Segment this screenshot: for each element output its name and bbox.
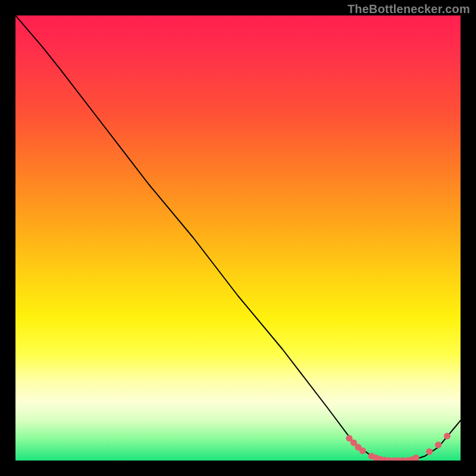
chart-svg (15, 15, 461, 461)
attribution-label: TheBottlenecker.com (347, 2, 470, 16)
bottleneck-curve (15, 15, 461, 461)
chart-frame: TheBottlenecker.com (0, 0, 476, 476)
curve-marker (426, 448, 433, 455)
curve-marker (435, 441, 441, 448)
curve-marker (359, 447, 366, 454)
curve-markers (346, 433, 450, 461)
plot-area (15, 15, 461, 461)
curve-marker (444, 433, 450, 439)
curve-marker (413, 455, 419, 461)
